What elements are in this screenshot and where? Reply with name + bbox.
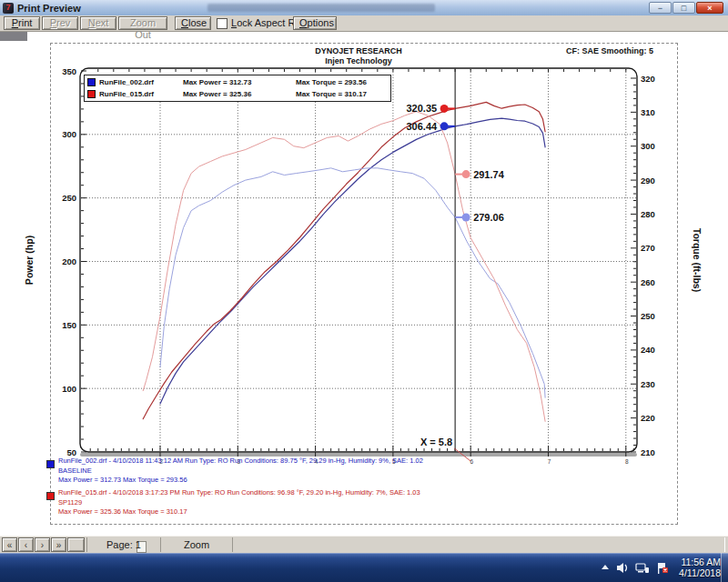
legend-marker-blue xyxy=(87,78,96,86)
prev-page-nav-button[interactable]: ‹ xyxy=(18,537,34,552)
toolbar: Print Prev Next Zoom Out Close Lock Aspe… xyxy=(0,15,728,32)
next-page-nav-button[interactable]: › xyxy=(35,537,50,552)
footnote-baseline: RunFile_002.drf - 4/10/2018 11:43:12 AM … xyxy=(58,457,659,486)
chart-title: DYNOJET RESEARCH xyxy=(80,46,637,55)
print-preview-window: 7 Print Preview − □ × Print Prev Next Zo… xyxy=(0,0,728,582)
chart-subtitle: Injen Technology xyxy=(80,56,637,65)
zoom-indicator: Zoom xyxy=(160,537,233,552)
maximize-button[interactable]: □ xyxy=(672,2,695,14)
window-controls: − □ × xyxy=(649,2,723,14)
next-page-button[interactable]: Next xyxy=(80,16,116,30)
footnote-sp1129: RunFile_015.drf - 4/10/2018 3:17:23 PM R… xyxy=(58,488,659,517)
statusbar: « ‹ › » Page: 1 Zoom xyxy=(0,536,728,554)
run-info-line: RunFile_002.drf - 4/10/2018 11:43:12 AM … xyxy=(58,457,659,467)
clock-time: 11:56 AM xyxy=(679,557,721,567)
legend-marker-red xyxy=(87,90,96,98)
run-max-line: Max Power = 325.36 Max Torque = 310.17 xyxy=(58,507,659,517)
legend-max-power: Max Power = 325.36 xyxy=(183,90,296,98)
first-page-button[interactable]: « xyxy=(2,537,17,552)
volume-icon[interactable] xyxy=(616,562,629,574)
winpep-app-icon: 7 xyxy=(3,3,14,14)
legend-file: RunFile_002.drf xyxy=(99,78,183,86)
page-margin-outline xyxy=(50,43,678,525)
chart-correction-note: CF: SAE Smoothing: 5 xyxy=(566,46,653,55)
options-button[interactable]: Options xyxy=(293,16,337,30)
export-page-button[interactable] xyxy=(67,537,85,552)
network-icon[interactable] xyxy=(635,562,650,574)
footnote-marker-red xyxy=(46,492,55,500)
legend-row: RunFile_015.drf Max Power = 325.36 Max T… xyxy=(87,88,388,100)
run-name-line: SP1129 xyxy=(58,498,659,508)
window-title: Print Preview xyxy=(17,3,81,14)
zoom-out-button[interactable]: Zoom Out xyxy=(118,16,167,30)
titlebar-filepath-ghost xyxy=(207,4,435,12)
run-info-line: RunFile_015.drf - 4/10/2018 3:17:23 PM R… xyxy=(58,488,659,498)
minimize-button[interactable]: − xyxy=(649,2,672,14)
taskbar-clock[interactable]: 11:56 AM 4/11/2018 xyxy=(679,557,721,578)
footnote-marker-blue xyxy=(46,460,55,468)
status-filler-panel xyxy=(232,537,725,552)
titlebar: 7 Print Preview − □ × xyxy=(0,0,728,16)
legend-max-power: Max Power = 312.73 xyxy=(183,78,296,86)
run-name-line: BASELINE xyxy=(58,467,659,477)
close-preview-button[interactable]: Close xyxy=(175,16,211,30)
close-window-button[interactable]: × xyxy=(696,2,723,14)
preview-corner-chip xyxy=(0,31,27,41)
hidden-icons-arrow[interactable] xyxy=(601,564,610,571)
system-tray: 11:56 AM 4/11/2018 xyxy=(601,553,721,582)
lock-aspect-ratio-checkbox[interactable] xyxy=(217,18,228,29)
last-page-button[interactable]: » xyxy=(51,537,66,552)
legend-max-torque: Max Torque = 293.56 xyxy=(296,78,367,86)
clock-date: 4/11/2018 xyxy=(679,567,721,578)
show-desktop-button[interactable] xyxy=(721,553,728,582)
chart-legend: RunFile_002.drf Max Power = 312.73 Max T… xyxy=(84,75,391,102)
legend-row: RunFile_002.drf Max Power = 312.73 Max T… xyxy=(87,76,388,88)
run-max-line: Max Power = 312.73 Max Torque = 293.56 xyxy=(58,476,659,486)
page-indicator: Page: 1 xyxy=(86,537,161,552)
action-center-flag-icon[interactable] xyxy=(656,562,669,574)
prev-page-button[interactable]: Prev xyxy=(42,16,78,30)
legend-file: RunFile_015.drf xyxy=(99,90,183,98)
legend-max-torque: Max Torque = 310.17 xyxy=(296,90,367,98)
print-button[interactable]: Print xyxy=(4,16,40,30)
